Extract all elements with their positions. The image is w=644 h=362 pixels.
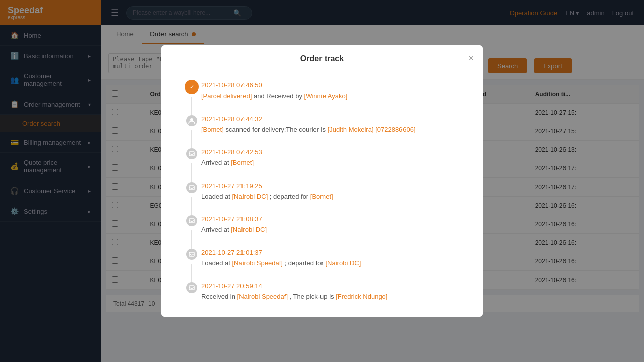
- timeline-connector: [191, 163, 192, 182]
- timeline-icon-loaded: [186, 182, 197, 193]
- timeline-item: 2021-10-28 07:44:32 [Bomet] scanned for …: [186, 115, 468, 135]
- timeline-icon-received: [186, 282, 197, 293]
- highlight-text: [Judith Mokeira]: [328, 126, 374, 133]
- desc-text: ; departed for: [268, 193, 310, 200]
- highlight-text: [Fredrick Ndungo]: [336, 293, 387, 300]
- highlight-text: [Nairobi Speedaf]: [232, 259, 282, 267]
- timeline-desc: Loaded at [Nairobi Speedaf] ; departed f…: [201, 258, 468, 268]
- desc-text: , The pick-up is: [288, 293, 336, 300]
- timeline-time: 2021-10-28 07:46:50: [201, 81, 468, 89]
- timeline-connector: [191, 197, 192, 216]
- timeline-connector: [191, 264, 192, 283]
- highlight-text: [Nairobi DC]: [231, 226, 267, 233]
- modal-header: Order track ×: [161, 45, 483, 71]
- timeline-icon-arrived: [186, 148, 197, 159]
- highlight-text: [Nairobi DC]: [325, 259, 361, 267]
- highlight-text: [Bomet]: [231, 159, 254, 166]
- highlight-text: [Nairobi Speedaf]: [237, 293, 288, 300]
- timeline-item: 2021-10-28 07:42:53 Arrived at [Bomet]: [186, 148, 468, 168]
- timeline-icon-arrived: [186, 215, 197, 226]
- timeline: ✓ 2021-10-28 07:46:50 [Parcel delivered]…: [176, 81, 468, 302]
- timeline-desc: Arrived at [Bomet]: [201, 158, 468, 168]
- desc-text: Received in: [201, 293, 237, 300]
- modal-title: Order track: [300, 54, 344, 63]
- timeline-time: 2021-10-28 07:44:32: [201, 115, 468, 123]
- timeline-time: 2021-10-27 21:01:37: [201, 249, 468, 256]
- highlight-text: [0722886606]: [375, 126, 416, 133]
- timeline-icon-scanned: [186, 115, 197, 126]
- modal-overlay[interactable]: Order track × ✓ 2021-10-28 07:46:50 [Par…: [0, 0, 644, 362]
- desc-text: scanned for delivery;The courier is: [224, 126, 328, 133]
- timeline-time: 2021-10-28 07:42:53: [201, 148, 468, 156]
- timeline-desc: [Parcel delivered] and Received by [Winn…: [201, 91, 468, 101]
- timeline-icon-loaded: [186, 249, 197, 260]
- desc-text: Arrived at: [201, 159, 231, 166]
- timeline-connector: [191, 97, 192, 115]
- highlight-text: [Parcel delivered]: [201, 92, 252, 100]
- timeline-item: ✓ 2021-10-28 07:46:50 [Parcel delivered]…: [186, 81, 468, 101]
- timeline-desc: [Bomet] scanned for delivery;The courier…: [201, 125, 468, 135]
- order-track-modal: Order track × ✓ 2021-10-28 07:46:50 [Par…: [161, 45, 483, 317]
- desc-text: and Received by: [252, 92, 304, 100]
- modal-body: ✓ 2021-10-28 07:46:50 [Parcel delivered]…: [161, 71, 483, 317]
- timeline-item: 2021-10-27 21:19:25 Loaded at [Nairobi D…: [186, 182, 468, 202]
- timeline-item: 2021-10-27 21:01:37 Loaded at [Nairobi S…: [186, 249, 468, 268]
- svg-point-0: [190, 118, 193, 121]
- modal-close-button[interactable]: ×: [468, 54, 474, 63]
- timeline-time: 2021-10-27 21:08:37: [201, 215, 468, 223]
- desc-text: Arrived at: [201, 226, 231, 233]
- desc-text: ; departed for: [283, 259, 326, 267]
- timeline-desc: Arrived at [Nairobi DC]: [201, 225, 468, 235]
- highlight-text: [Bomet]: [310, 193, 333, 200]
- desc-text: Loaded at: [201, 259, 232, 267]
- timeline-connector: [191, 130, 192, 149]
- timeline-desc: Received in [Nairobi Speedaf] , The pick…: [201, 292, 468, 302]
- timeline-time: 2021-10-27 20:59:14: [201, 282, 468, 290]
- timeline-time: 2021-10-27 21:19:25: [201, 182, 468, 190]
- highlight-text: [Nairobi DC]: [232, 193, 268, 200]
- highlight-text: [Bomet]: [201, 126, 224, 133]
- timeline-desc: Loaded at [Nairobi DC] ; departed for [B…: [201, 192, 468, 202]
- highlight-text: [Winnie Ayako]: [304, 92, 348, 100]
- timeline-item: 2021-10-27 21:08:37 Arrived at [Nairobi …: [186, 215, 468, 235]
- timeline-item: 2021-10-27 20:59:14 Received in [Nairobi…: [186, 282, 468, 302]
- timeline-connector: [191, 230, 192, 249]
- timeline-icon-delivered: ✓: [185, 80, 199, 94]
- desc-text: Loaded at: [201, 193, 232, 200]
